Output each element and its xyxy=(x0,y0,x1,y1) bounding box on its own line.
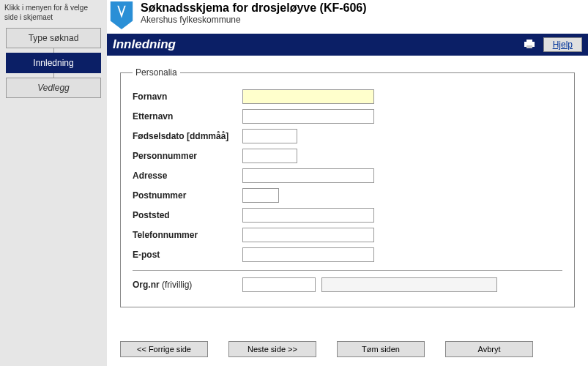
input-epost[interactable] xyxy=(242,247,374,262)
nav-item-type-soknad[interactable]: Type søknad xyxy=(6,28,101,48)
nav-item-vedlegg[interactable]: Vedlegg xyxy=(6,78,101,98)
clear-page-button[interactable]: Tøm siden xyxy=(337,341,425,357)
input-orgnr[interactable] xyxy=(242,277,316,292)
input-etternavn[interactable] xyxy=(242,109,374,124)
input-adresse[interactable] xyxy=(242,168,374,183)
main: Søknadsskjema for drosjeløyve (KF-606) A… xyxy=(107,0,588,366)
sidebar: Klikk i menyen for å velge side i skjema… xyxy=(0,0,107,366)
label-etternavn: Etternavn xyxy=(133,111,242,122)
input-orgnr-name[interactable] xyxy=(321,277,497,292)
form-content: Personalia Fornavn Etternavn Fødselsdato… xyxy=(107,56,588,337)
svg-rect-2 xyxy=(526,45,532,48)
sidebar-hint: Klikk i menyen for å velge side i skjema… xyxy=(0,0,107,28)
section-bar: Innledning Hjelp xyxy=(107,34,588,56)
fieldset-legend: Personalia xyxy=(133,67,180,78)
label-postnummer: Postnummer xyxy=(133,190,242,201)
input-fodselsdato[interactable] xyxy=(242,129,297,143)
personalia-fieldset: Personalia Fornavn Etternavn Fødselsdato… xyxy=(120,67,575,307)
label-fodselsdato: Fødselsdato [ddmmåå] xyxy=(133,131,242,141)
label-poststed: Poststed xyxy=(133,210,242,220)
header: Søknadsskjema for drosjeløyve (KF-606) A… xyxy=(107,0,588,34)
next-page-button[interactable]: Neste side >> xyxy=(228,341,316,357)
section-title: Innledning xyxy=(113,37,523,52)
label-fornavn: Fornavn xyxy=(133,92,242,102)
cancel-button[interactable]: Avbryt xyxy=(445,341,533,357)
label-telefonnummer: Telefonnummer xyxy=(133,230,242,240)
input-telefonnummer[interactable] xyxy=(242,228,374,242)
page-title: Søknadsskjema for drosjeløyve (KF-606) xyxy=(141,1,582,15)
help-button[interactable]: Hjelp xyxy=(543,37,582,52)
input-postnummer[interactable] xyxy=(242,188,279,203)
nav-item-innledning[interactable]: Innledning xyxy=(6,53,101,73)
label-personnummer: Personnummer xyxy=(133,151,242,161)
footer-buttons: << Forrige side Neste side >> Tøm siden … xyxy=(107,337,588,366)
label-adresse: Adresse xyxy=(133,171,242,181)
input-personnummer[interactable] xyxy=(242,149,297,163)
input-poststed[interactable] xyxy=(242,208,374,223)
divider xyxy=(133,270,562,271)
municipality-logo-icon xyxy=(110,1,133,29)
label-epost: E-post xyxy=(133,250,242,260)
svg-rect-1 xyxy=(526,40,532,42)
print-icon[interactable] xyxy=(523,39,536,51)
label-orgnr: Org.nr (frivillig) xyxy=(133,280,242,290)
input-fornavn[interactable] xyxy=(242,89,374,104)
prev-page-button[interactable]: << Forrige side xyxy=(120,341,208,357)
page-subtitle: Akershus fylkeskommune xyxy=(141,15,582,25)
